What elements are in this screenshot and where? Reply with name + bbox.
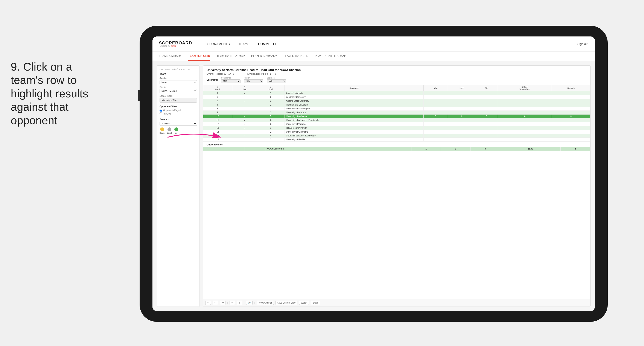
- redo-btn[interactable]: ↪: [212, 301, 218, 305]
- tab-player-h2h-grid[interactable]: PLAYER H2H GRID: [284, 51, 308, 61]
- cell-loss: [448, 99, 476, 103]
- cell-opponent: Auburn University: [285, 91, 424, 95]
- cell-tie: [476, 122, 497, 126]
- cell-conf: 3: [257, 122, 285, 126]
- cell-conf: 1: [257, 126, 285, 130]
- cell-reg: -: [232, 115, 257, 118]
- cell-conf: 3: [257, 111, 285, 115]
- cell-diff: [497, 126, 552, 130]
- cell-rank: 8: [203, 107, 232, 111]
- table-row[interactable]: 9 - 3 University of Arizona: [203, 111, 590, 115]
- tab-player-h2h-heatmap[interactable]: PLAYER H2H HEATMAP: [315, 51, 346, 61]
- cell-loss: [448, 95, 476, 99]
- table-row[interactable]: 2 - 1 Auburn University: [203, 91, 590, 95]
- region-label: Region: [244, 77, 263, 79]
- cell-conf: 1: [257, 99, 285, 103]
- cell-tie: [476, 111, 497, 115]
- save-custom-btn[interactable]: Save Custom View: [276, 301, 298, 305]
- cell-rounds: [552, 122, 590, 126]
- cell-reg: -: [232, 95, 257, 99]
- sep1: |: [227, 302, 228, 304]
- table-row[interactable]: 12 - 3 University of Virginia: [203, 122, 590, 126]
- cell-rounds: [552, 107, 590, 111]
- cell-reg: -: [232, 111, 257, 115]
- copy-btn[interactable]: ⧉: [237, 301, 242, 305]
- col-rank: #Rank: [203, 85, 232, 91]
- cell-diff: [497, 138, 552, 142]
- tab-player-summary[interactable]: PLAYER SUMMARY: [251, 51, 277, 61]
- cell-conf: 2: [257, 95, 285, 99]
- tablet-frame: SCOREBOARD Powered by clippi TOURNAMENTS…: [140, 26, 608, 322]
- cell-rounds: 8: [552, 115, 590, 118]
- col-opponent: Opponent: [285, 85, 424, 91]
- opponent-select[interactable]: (All): [267, 79, 286, 83]
- cell-win: [424, 111, 448, 115]
- colour-by-select[interactable]: Win/loss: [160, 122, 197, 126]
- table-row[interactable]: 8 - 2 University of Washington: [203, 107, 590, 111]
- tab-team-summary[interactable]: TEAM SUMMARY: [159, 51, 182, 61]
- table-row[interactable]: 13 - 1 Texas Tech University: [203, 126, 590, 130]
- back-btn[interactable]: ↶: [220, 301, 226, 305]
- cell-diff: [497, 91, 552, 95]
- legend-level: Level: [167, 127, 172, 134]
- cell-tie: [476, 91, 497, 95]
- conference-label: Conference: [221, 77, 240, 79]
- out-division-row[interactable]: NCAA Division II 1 0 0 26.00 3: [203, 147, 590, 151]
- cell-opponent: University of Alabama: [285, 115, 424, 118]
- grid-records: Overall Record: 89 - 17 - 0 Division Rec…: [206, 72, 587, 75]
- view-btn[interactable]: View: Original: [256, 301, 274, 305]
- table-row[interactable]: 10 - 5 University of Alabama 3 0 0 2.61 …: [203, 115, 590, 118]
- cell-rounds: [552, 91, 590, 95]
- cell-conf: 1: [257, 91, 285, 95]
- region-select[interactable]: (All): [244, 79, 263, 83]
- radio-opponents-played[interactable]: Opponents Played: [160, 109, 197, 112]
- logo: SCOREBOARD Powered by clippi: [159, 41, 192, 47]
- cell-rounds: [552, 126, 590, 130]
- grid-header: University of North Carolina Head-to-Hea…: [203, 66, 590, 85]
- scissors-btn[interactable]: ✂: [230, 301, 235, 305]
- cell-conf: 2: [257, 130, 285, 134]
- legend: Down Level Up: [160, 127, 197, 134]
- table-row[interactable]: 4 - 1 Arizona State University: [203, 99, 590, 103]
- cell-opponent: University of Florida: [285, 138, 424, 142]
- cell-diff: [497, 99, 552, 103]
- cell-conf: [244, 147, 265, 151]
- conference-select[interactable]: (All): [221, 79, 240, 83]
- nav-committee[interactable]: COMMITTEE: [258, 42, 278, 46]
- nav-teams[interactable]: TEAMS: [238, 42, 250, 46]
- cell-loss: [448, 103, 476, 107]
- table-row[interactable]: 3 - 2 Vanderbilt University: [203, 95, 590, 99]
- right-panel: University of North Carolina Head-to-Hea…: [203, 65, 590, 307]
- table-row[interactable]: 11 - 6 University of Arkansas, Fayettevi…: [203, 118, 590, 122]
- table-row[interactable]: 6 - 2 Florida State University: [203, 103, 590, 107]
- cell-rounds: [552, 103, 590, 107]
- table-row[interactable]: 14 - 2 University of Oklahoma: [203, 130, 590, 134]
- nav-tournaments[interactable]: TOURNAMENTS: [205, 42, 230, 46]
- tab-team-h2h-heatmap[interactable]: TEAM H2H HEATMAP: [217, 51, 245, 61]
- clock-btn[interactable]: 🕐: [246, 301, 252, 305]
- cell-tie: [476, 130, 497, 134]
- undo-btn[interactable]: ↩: [205, 301, 211, 305]
- share-btn[interactable]: Share: [311, 301, 320, 305]
- grid-filters: Opponents: Conference (All) Region (All): [206, 77, 587, 83]
- watch-btn[interactable]: Watch: [299, 301, 309, 305]
- division-select[interactable]: NCAA Division I: [160, 89, 197, 93]
- col-reg: #Reg: [232, 85, 257, 91]
- table-row[interactable]: 15 - 4 Georgia Institute of Technology: [203, 134, 590, 138]
- table-row[interactable]: 16 - 3 University of Florida: [203, 138, 590, 142]
- cell-diff: [497, 111, 552, 115]
- cell-reg: -: [232, 103, 257, 107]
- school-value: University of Nort...: [160, 98, 197, 102]
- region-filter: Region (All): [244, 77, 263, 83]
- cell-loss: [448, 122, 476, 126]
- cell-rank: 13: [203, 126, 232, 130]
- radio-top100[interactable]: Top 100: [160, 112, 197, 115]
- cell-rounds: [552, 111, 590, 115]
- tab-team-h2h-grid[interactable]: TEAM H2H GRID: [188, 51, 210, 61]
- cell-loss: [448, 111, 476, 115]
- gender-select[interactable]: Men's: [160, 80, 197, 84]
- cell-reg: [224, 147, 244, 151]
- sign-out[interactable]: | Sign out: [576, 42, 588, 46]
- tablet-screen: SCOREBOARD Powered by clippi TOURNAMENTS…: [152, 36, 595, 311]
- cell-conf: 3: [257, 138, 285, 142]
